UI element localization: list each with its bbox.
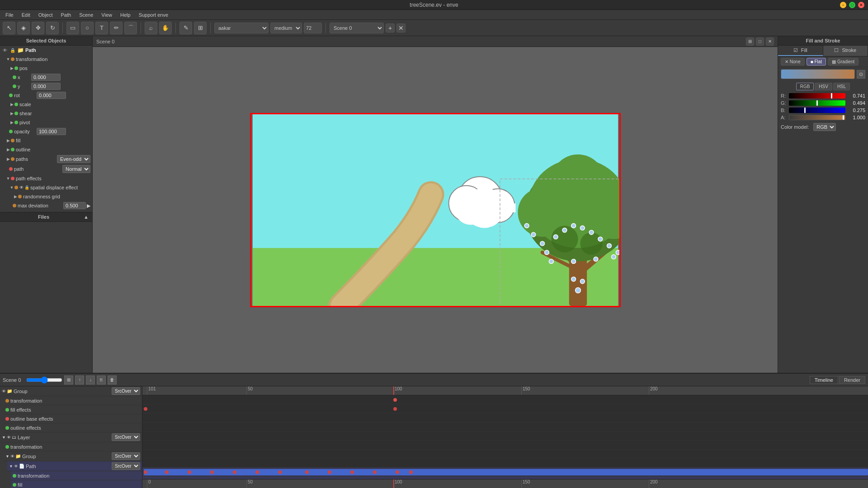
timeline-right[interactable]: 101 50 100 150 200 [142,386,868,488]
arrow-group-sub[interactable]: ▼ [5,454,9,459]
timeline-scrubber[interactable] [26,376,62,384]
tree-path-item[interactable]: 👁 🔒 📁 Path [0,46,92,55]
eye-group-sub[interactable]: 👁 [10,454,14,459]
btn-gradient[interactable]: ▦ Gradient [828,58,859,66]
tl-transformation-1[interactable]: transformation [4,396,142,405]
arrow-shear[interactable]: ▶ [9,111,14,116]
add-scene-button[interactable]: + [386,23,395,33]
tree-pivot[interactable]: ▶ pivot [7,118,92,127]
arrow-path-main[interactable]: ▼ [9,464,13,469]
tool-move[interactable]: ✥ [32,22,44,34]
tl-transformation-2[interactable]: transformation [4,442,142,451]
tree-x[interactable]: x [11,73,92,82]
canvas-fullscreen-btn[interactable]: □ [756,38,764,46]
paths-mode-select[interactable]: Even-odd [57,155,90,163]
eye-path-main[interactable]: 👁 [14,464,18,469]
tree-scale[interactable]: ▶ scale [7,100,92,109]
layer-blend[interactable]: SrcOver [112,433,140,441]
remove-scene-button[interactable]: ✕ [396,23,406,33]
tl-outline-base[interactable]: outline base effects [4,414,142,423]
canvas-close-btn[interactable]: ✕ [766,38,774,46]
tool-text[interactable]: T [95,22,108,34]
btn-none[interactable]: ✕ None [781,58,805,66]
menu-edit[interactable]: Edit [18,11,34,19]
arrow-transformation[interactable]: ▼ [5,56,11,62]
stroke-checkbox[interactable]: ☐ [834,47,839,53]
path-main-blend[interactable]: SrcOver [112,462,140,470]
tree-path-sub[interactable]: path Normal [7,164,92,174]
tool-node[interactable]: ◈ [17,22,30,34]
tab-render[interactable]: Render [839,376,865,384]
arrow-path-effects[interactable]: ▼ [5,176,11,181]
color-swatch[interactable] [781,69,855,79]
tl-layer[interactable]: ▼ 👁 🗂 Layer SrcOver [0,432,142,442]
tree-opacity[interactable]: opacity [7,127,92,136]
group-blend[interactable]: SrcOver [112,387,140,395]
x-value[interactable] [31,74,61,81]
tl-path-main[interactable]: ▼ 👁 📄 Path SrcOver [7,461,142,471]
tool-bezier[interactable]: ⌒ [124,22,137,34]
tree-pos[interactable]: ▶ pos [7,64,92,73]
arrow-pivot[interactable]: ▶ [9,120,14,125]
move-down-btn[interactable]: ↓ [86,375,95,385]
add-layer-btn[interactable]: ⊞ [64,375,73,385]
tree-y[interactable]: y [11,82,92,91]
eye-icon-spatial[interactable]: 👁 [19,185,24,190]
tool-extra[interactable]: ⊞ [194,22,207,34]
size-preset[interactable]: medium [270,23,302,33]
a-bar[interactable] [789,115,845,120]
opacity-value[interactable] [37,128,66,135]
path-mode-select[interactable]: Normal [62,165,90,173]
arrow-fill[interactable]: ▶ [5,138,11,143]
expand-icon[interactable]: ▶ [87,203,90,209]
tl-outline-effects[interactable]: outline effects [4,423,142,432]
lock-icon-spatial[interactable]: 🔒 [24,185,29,190]
tl-fill-effects[interactable]: fill effects [4,405,142,414]
delete-btn[interactable]: 🗑 [108,375,117,385]
arrow-outline[interactable]: ▶ [5,147,11,152]
rot-value[interactable] [37,92,66,99]
menu-help[interactable]: Help [117,11,134,19]
tab-hsv[interactable]: HSV [815,83,832,90]
tree-shear[interactable]: ▶ shear [7,109,92,118]
tree-max-deviation[interactable]: max deviation ▶ [11,201,92,210]
tab-timeline[interactable]: Timeline [810,376,838,384]
tab-hsl[interactable]: HSL [833,83,850,90]
tree-randomness[interactable]: ▶ randomness grid [11,192,92,201]
arrow-scale[interactable]: ▶ [9,102,14,107]
maximize-button[interactable]: □ [849,2,855,8]
eye-icon-tl[interactable]: 👁 [2,389,6,394]
duplicate-btn[interactable]: ⎘ [97,375,106,385]
group-sub-blend[interactable]: SrcOver [112,452,140,460]
arrow-spatial[interactable]: ▼ [9,185,14,190]
eyedropper-button[interactable]: ⊙ [857,70,865,79]
menu-scene[interactable]: Scene [75,11,97,19]
tab-fill[interactable]: ☑ Fill [778,46,823,56]
tree-path-effects[interactable]: ▼ path effects [4,174,92,183]
scene-selector[interactable]: Scene 0 [330,23,384,33]
canvas-tile-btn[interactable]: ⊞ [746,38,754,46]
tool-select[interactable]: ↖ [3,22,15,34]
menu-view[interactable]: View [98,11,116,19]
btn-flat[interactable]: ■ Flat [807,58,826,66]
tool-circle[interactable]: ○ [81,22,94,34]
tree-spatial-displace[interactable]: ▼ 👁 🔒 spatial displace effect [7,183,92,192]
b-bar[interactable] [789,108,845,113]
tl-fill-sub[interactable]: fill [11,480,142,488]
menu-support[interactable]: Support enve [135,11,172,19]
y-value[interactable] [31,83,61,90]
font-selector[interactable]: aakar [214,23,269,33]
eye-icon[interactable]: 👁 [2,47,8,53]
tool-zoom[interactable]: ⌕ [145,22,157,34]
arrow-paths[interactable]: ▶ [5,156,11,162]
minimize-button[interactable]: − [840,2,846,8]
menu-object[interactable]: Object [35,11,57,19]
tl-transformation-3[interactable]: transformation [11,471,142,480]
move-up-btn[interactable]: ↑ [75,375,84,385]
font-size[interactable] [304,23,322,33]
tool-hand[interactable]: ✋ [159,22,172,34]
menu-file[interactable]: File [2,11,17,19]
tool-edit[interactable]: ✎ [179,22,192,34]
tree-transformation[interactable]: ▼ transformation [4,55,92,64]
tl-group[interactable]: 👁 📁 Group SrcOver [0,386,142,396]
